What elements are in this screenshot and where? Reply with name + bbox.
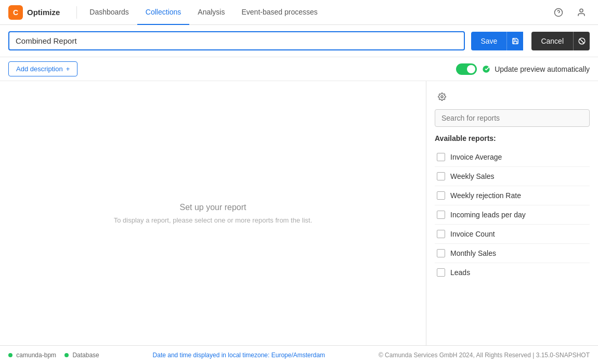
description-bar: Add description + Update preview automat… [0,57,598,81]
header-bar: Save Cancel [0,25,598,57]
nav-divider [76,6,77,19]
report-checkbox-weekly-sales[interactable] [437,172,445,180]
report-name-monthly-sales: Monthly Sales [450,249,496,257]
tab-event-based[interactable]: Event-based processes [233,0,326,25]
save-button[interactable]: Save [471,32,506,50]
report-item-invoice-count[interactable]: Invoice Count [435,225,590,244]
update-preview-toggle-label[interactable]: Update preview automatically [456,63,590,75]
report-checkbox-incoming-leads[interactable] [437,211,445,219]
svg-point-2 [580,9,583,12]
svg-point-6 [441,96,443,98]
brand-logo: C Optimize [8,5,60,20]
report-item-invoice-average[interactable]: Invoice Average [435,148,590,167]
main-content: Save Cancel Add description + [0,25,598,345]
report-name-weekly-sales: Weekly Sales [450,172,495,180]
report-item-monthly-sales[interactable]: Monthly Sales [435,244,590,263]
left-panel: Set up your report To display a report, … [0,81,426,345]
report-item-weekly-rejection-rate[interactable]: Weekly rejection Rate [435,186,590,205]
footer-right: © Camunda Services GmbH 2024, All Rights… [379,352,590,359]
status-database: Database [64,352,99,359]
tab-collections[interactable]: Collections [137,0,189,25]
report-checkbox-leads[interactable] [437,268,445,277]
report-list: Invoice Average Weekly Sales Weekly reje… [435,148,590,282]
report-item-incoming-leads[interactable]: Incoming leads per day [435,205,590,225]
help-button[interactable] [550,4,567,21]
add-description-button[interactable]: Add description + [8,61,77,76]
report-title-input[interactable] [8,31,465,50]
report-name-leads: Leads [450,268,470,277]
status-camunda: camunda-bpm [8,352,56,359]
setup-description: To display a report, please select one o… [114,216,313,224]
tab-dashboards[interactable]: Dashboards [81,0,137,25]
available-reports-label: Available reports: [435,134,590,142]
brand-name: Optimize [27,8,60,17]
report-name-invoice-average: Invoice Average [450,153,502,161]
top-navigation: C Optimize Dashboards Collections Analys… [0,0,598,25]
nav-right [550,4,590,21]
cancel-group: Cancel [529,32,590,50]
status-label-camunda: camunda-bpm [16,352,56,359]
save-disk-button[interactable] [506,32,523,50]
add-description-label: Add description [16,65,63,73]
status-label-database: Database [72,352,99,359]
nav-tabs: Dashboards Collections Analysis Event-ba… [81,0,326,24]
report-item-weekly-sales[interactable]: Weekly Sales [435,167,590,186]
add-description-icon: + [66,65,70,73]
toggle-area: Update preview automatically [456,63,590,75]
user-button[interactable] [573,4,590,21]
right-panel: Available reports: Invoice Average Weekl… [426,81,598,345]
footer-center: Date and time displayed in local timezon… [99,352,379,359]
update-preview-toggle[interactable] [456,63,477,75]
save-group: Save [471,32,523,50]
footer: camunda-bpm Database Date and time displ… [0,345,598,364]
setup-title: Set up your report [114,203,313,212]
body-split: Set up your report To display a report, … [0,81,598,345]
tab-analysis[interactable]: Analysis [189,0,233,25]
report-checkbox-invoice-count[interactable] [437,230,445,238]
gear-row [435,89,590,104]
brand-icon: C [8,5,23,20]
cancel-button[interactable]: Cancel [531,32,573,50]
setup-message: Set up your report To display a report, … [114,203,313,224]
report-checkbox-monthly-sales[interactable] [437,249,445,257]
report-item-leads[interactable]: Leads [435,263,590,282]
status-dot-camunda [8,353,12,357]
cancel-icon-button[interactable] [573,32,590,50]
report-name-incoming-leads: Incoming leads per day [450,211,526,219]
report-checkbox-weekly-rejection-rate[interactable] [437,191,445,200]
status-dot-database [64,353,69,357]
svg-point-5 [483,66,489,72]
svg-line-4 [579,38,583,43]
footer-left: camunda-bpm Database [8,352,99,359]
report-name-invoice-count: Invoice Count [450,230,495,238]
search-input[interactable] [435,109,590,127]
report-checkbox-invoice-average[interactable] [437,153,445,161]
report-name-weekly-rejection-rate: Weekly rejection Rate [450,191,521,200]
gear-button[interactable] [435,89,449,104]
update-preview-label: Update preview automatically [495,65,590,73]
